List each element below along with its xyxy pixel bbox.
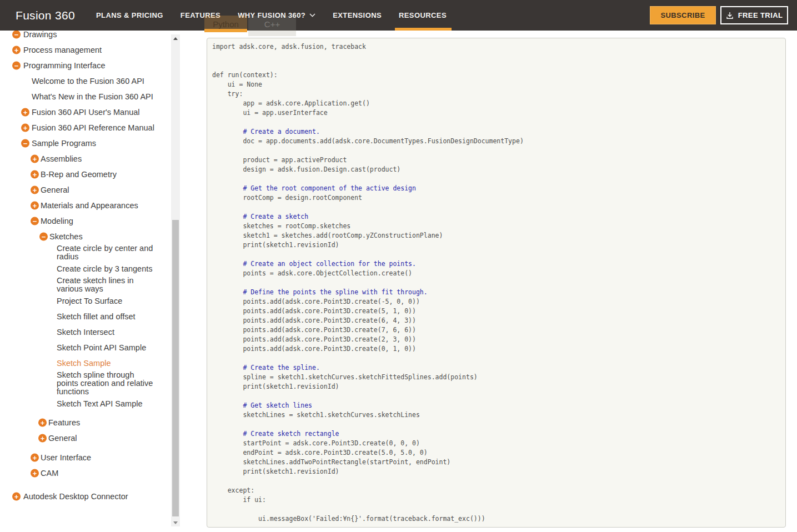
download-icon [726, 12, 734, 19]
top-navbar: Fusion 360 PLANS & PRICINGFEATURESWHY FU… [0, 0, 797, 31]
sidebar-item-materials-and-appearances[interactable]: +Materials and Appearances [0, 198, 184, 213]
code-line: points.add(adsk.core.Point3D.create(0, 1… [212, 344, 781, 354]
sidebar-item-label: Sketch Intersect [57, 328, 114, 337]
sidebar-item-autodesk-desktop-connector[interactable]: +Autodesk Desktop Connector [0, 489, 184, 504]
collapse-minus-icon[interactable]: − [21, 139, 29, 148]
tab-cpp-strip[interactable] [248, 31, 296, 36]
expand-plus-icon[interactable]: + [31, 155, 39, 163]
sidebar-item-label: Drawings [23, 31, 57, 39]
sidebar-item-label: What's New in the Fusion 360 API [32, 93, 153, 101]
fusion360-logo[interactable]: Fusion 360 [16, 0, 75, 31]
nav-item-plans-pricing[interactable]: PLANS & PRICING [96, 0, 163, 31]
sidebar-item-label: Programming Interface [23, 62, 105, 70]
code-line: import adsk.core, adsk.fusion, traceback [212, 42, 781, 52]
code-line: if ui: [212, 495, 781, 505]
expand-plus-icon[interactable]: + [21, 108, 29, 117]
nav-item-resources[interactable]: RESOURCES [399, 0, 447, 31]
code-line: sketchLines = sketch1.sketchCurves.sketc… [212, 410, 781, 420]
sidebar-item-label: Sketch fillet and offset [57, 313, 136, 321]
navbar-menu: PLANS & PRICINGFEATURESWHY FUSION 360?EX… [96, 0, 447, 31]
subscribe-button[interactable]: SUBSCRIBE [650, 6, 716, 24]
expand-plus-icon[interactable]: + [38, 434, 47, 443]
sidebar-item-label: User Interface [41, 454, 91, 462]
sidebar-item-fusion-360-api-user-s-manual[interactable]: +Fusion 360 API User's Manual [0, 104, 184, 120]
code-line [212, 505, 781, 514]
collapse-minus-icon[interactable]: − [39, 233, 48, 241]
scroll-down-button[interactable] [171, 519, 180, 526]
expand-plus-icon[interactable]: + [31, 454, 39, 462]
sidebar-item-sketch-text-api-sample[interactable]: Sketch Text API Sample [0, 396, 184, 411]
sidebar-item-sketch-fillet-and-offset[interactable]: Sketch fillet and offset [0, 309, 184, 324]
code-line: points.add(adsk.core.Point3D.create(2, 3… [212, 335, 781, 344]
code-line: endPoint = adsk.core.Point3D.create(5.0,… [212, 448, 781, 458]
collapse-minus-icon[interactable]: − [12, 31, 21, 39]
code-comment-line: # Create a sketch [212, 212, 781, 222]
sidebar-item-fusion-360-api-reference-manual[interactable]: +Fusion 360 API Reference Manual [0, 120, 184, 135]
free-trial-button[interactable]: FREE TRIAL [720, 6, 788, 24]
collapse-minus-icon[interactable]: − [12, 62, 21, 70]
code-comment-line: # Define the points the spline with fit … [212, 288, 781, 297]
sidebar-item-sketch-spline-through-points-creation-and-relative-functions[interactable]: Sketch spline through points creation an… [0, 371, 184, 396]
expand-plus-icon[interactable]: + [31, 469, 39, 478]
sidebar-item-welcome-to-the-fusion-360-api[interactable]: Welcome to the Fusion 360 API [0, 73, 184, 89]
scrollbar-thumb[interactable] [172, 220, 179, 516]
tab-python-active-strip[interactable] [204, 29, 247, 32]
chevron-down-icon [309, 13, 315, 17]
code-line: product = app.activeProduct [212, 155, 781, 165]
expand-plus-icon[interactable]: + [38, 419, 47, 427]
sidebar-item-label: Assemblies [41, 155, 82, 163]
toc-sidebar: −Drawings+Process management−Programming… [0, 31, 184, 532]
sidebar-item-features[interactable]: +Features [0, 415, 184, 430]
sidebar-scrollbar[interactable] [171, 34, 180, 526]
sidebar-item-label: Sketch spline through points creation an… [57, 371, 153, 396]
sidebar-item-create-sketch-lines-in-various-ways[interactable]: Create sketch lines in various ways [0, 277, 184, 293]
nav-item-features[interactable]: FEATURES [181, 0, 220, 31]
code-line: def run(context): [212, 71, 781, 80]
sidebar-item-label: Sketch Text API Sample [57, 400, 142, 408]
nav-item-extensions[interactable]: EXTENSIONS [333, 0, 382, 31]
sidebar-item-drawings[interactable]: −Drawings [0, 31, 184, 42]
sidebar-item-programming-interface[interactable]: −Programming Interface [0, 58, 184, 73]
expand-plus-icon[interactable]: + [12, 46, 21, 54]
expand-plus-icon[interactable]: + [31, 170, 39, 179]
sidebar-item-sample-programs[interactable]: −Sample Programs [0, 135, 184, 151]
code-line: print(sketch1.revisionId) [212, 467, 781, 476]
code-comment-line: # Create sketch rectangle [212, 429, 781, 439]
code-line [212, 118, 781, 127]
code-comment-line: # Get the root component of the active d… [212, 184, 781, 193]
code-line: print(sketch1.revisionId) [212, 382, 781, 392]
code-sample-panel[interactable]: import adsk.core, adsk.fusion, traceback… [207, 38, 786, 528]
sidebar-item-sketch-sample[interactable]: Sketch Sample [0, 355, 184, 371]
sidebar-item-create-circle-by-center-and-radius[interactable]: Create circle by center and radius [0, 244, 184, 261]
code-line [212, 476, 781, 486]
expand-plus-icon[interactable]: + [21, 124, 29, 132]
collapse-minus-icon[interactable]: − [31, 217, 39, 225]
expand-plus-icon[interactable]: + [12, 493, 21, 501]
sidebar-item-modeling[interactable]: −Modeling [0, 213, 184, 229]
nav-item-why-fusion-360[interactable]: WHY FUSION 360? [238, 0, 315, 31]
sidebar-item-create-circle-by-3-tangents[interactable]: Create circle by 3 tangents [0, 261, 184, 277]
sidebar-item-what-s-new-in-the-fusion-360-api[interactable]: What's New in the Fusion 360 API [0, 89, 184, 104]
code-line [212, 174, 781, 184]
sidebar-item-label: CAM [41, 469, 58, 478]
expand-plus-icon[interactable]: + [31, 202, 39, 210]
sidebar-item-b-rep-and-geometry[interactable]: +B-Rep and Geometry [0, 167, 184, 182]
expand-plus-icon[interactable]: + [31, 186, 39, 194]
sidebar-item-sketch-point-api-sample[interactable]: Sketch Point API Sample [0, 340, 184, 355]
code-line: spline = sketch1.sketchCurves.sketchFitt… [212, 373, 781, 382]
sidebar-item-user-interface[interactable]: +User Interface [0, 450, 184, 465]
sidebar-item-sketches[interactable]: −Sketches [0, 229, 184, 244]
nav-item-label: EXTENSIONS [333, 11, 382, 19]
sidebar-item-label: Modeling [41, 217, 73, 225]
sidebar-item-label: Sketches [49, 233, 83, 241]
sidebar-item-cam[interactable]: +CAM [0, 465, 184, 481]
code-line [212, 250, 781, 259]
sidebar-item-project-to-surface[interactable]: Project To Surface [0, 293, 184, 309]
scroll-up-button[interactable] [171, 34, 180, 42]
sidebar-item-sketch-intersect[interactable]: Sketch Intersect [0, 324, 184, 340]
sidebar-item-label: Create sketch lines in various ways [57, 277, 134, 293]
sidebar-item-general[interactable]: +General [0, 182, 184, 198]
sidebar-item-process-management[interactable]: +Process management [0, 42, 184, 58]
sidebar-item-assemblies[interactable]: +Assemblies [0, 151, 184, 167]
sidebar-item-general[interactable]: +General [0, 430, 184, 446]
